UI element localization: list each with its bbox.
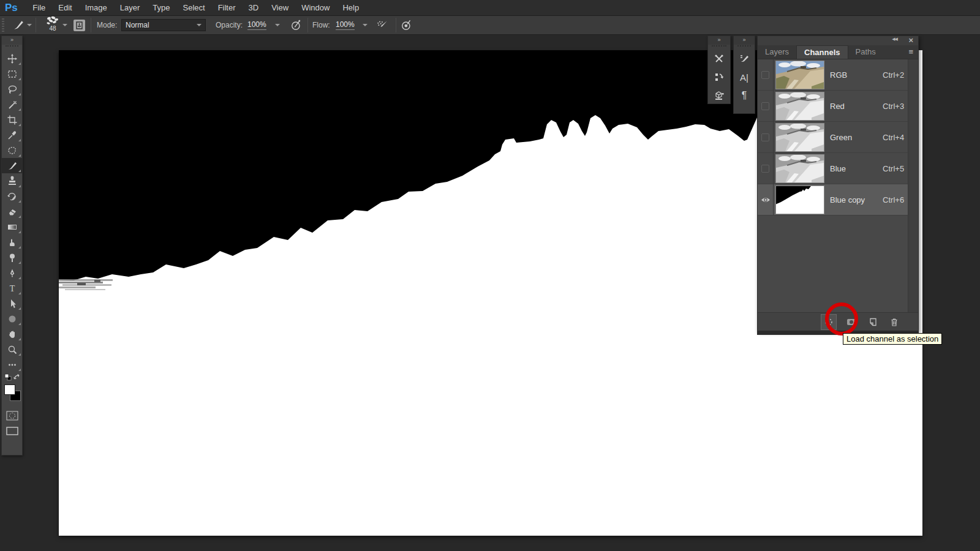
brush-panel-icon[interactable] xyxy=(734,50,755,68)
history-brush-tool[interactable] xyxy=(2,189,22,204)
delete-channel-button[interactable] xyxy=(888,315,901,329)
patch-tool[interactable] xyxy=(2,143,22,158)
lasso-tool-icon xyxy=(7,84,18,95)
brush-preset-picker[interactable]: 48 xyxy=(45,16,60,34)
move-tool-icon xyxy=(7,53,18,64)
load-channel-as-selection-button[interactable] xyxy=(821,314,837,330)
channel-row-blue-copy[interactable]: Blue copyCtrl+6 xyxy=(758,184,908,216)
crop-tool-icon xyxy=(7,114,18,126)
opacity-value[interactable]: 100% xyxy=(247,20,266,30)
menu-select[interactable]: Select xyxy=(176,0,211,15)
menu-filter[interactable]: Filter xyxy=(211,0,242,15)
magic-wand-tool[interactable] xyxy=(2,97,22,112)
expand-panels-icon[interactable]: » xyxy=(734,36,755,45)
channel-thumbnail[interactable] xyxy=(775,186,824,214)
channel-thumbnail[interactable] xyxy=(775,123,824,152)
menu-window[interactable]: Window xyxy=(295,0,336,15)
panel-titlebar[interactable]: ◀◀ × xyxy=(758,36,918,45)
tab-channels[interactable]: Channels xyxy=(796,45,848,59)
visibility-toggle[interactable] xyxy=(758,59,774,91)
character-panel-icon[interactable]: A| xyxy=(734,68,755,86)
screen-mode-button[interactable] xyxy=(2,423,22,438)
visibility-toggle[interactable] xyxy=(758,153,774,184)
type-tool-icon: T xyxy=(7,283,18,294)
tab-layers[interactable]: Layers xyxy=(758,45,796,59)
visibility-checkbox-empty xyxy=(761,165,769,173)
more-tools[interactable] xyxy=(2,357,22,372)
tool-presets-panel-icon[interactable] xyxy=(708,50,730,68)
chevron-down-icon[interactable] xyxy=(62,24,67,26)
clone-stamp-tool-icon xyxy=(7,176,18,187)
menu-file[interactable]: File xyxy=(26,0,52,15)
path-selection-tool[interactable] xyxy=(2,296,22,311)
menu-edit[interactable]: Edit xyxy=(52,0,78,15)
visibility-toggle[interactable] xyxy=(758,184,774,216)
eyedropper-tool[interactable] xyxy=(2,127,22,143)
ellipse-tool[interactable] xyxy=(2,311,22,326)
channel-name: Blue copy xyxy=(830,195,883,204)
toolbar-grip[interactable] xyxy=(6,45,18,50)
chevron-down-icon[interactable] xyxy=(363,24,368,26)
3d-panel-icon[interactable] xyxy=(708,86,730,105)
toggle-brush-panel-icon[interactable] xyxy=(74,20,85,31)
quick-mask-button[interactable] xyxy=(2,408,22,423)
channel-thumbnail[interactable] xyxy=(775,92,824,121)
channel-thumbnail[interactable] xyxy=(775,154,824,183)
flow-value[interactable]: 100% xyxy=(336,20,355,30)
smudge-tool[interactable] xyxy=(2,234,22,250)
dodge-tool[interactable] xyxy=(2,250,22,265)
visibility-checkbox-empty xyxy=(761,71,769,79)
trash-icon xyxy=(889,317,899,327)
paragraph-panel-icon[interactable]: ¶ xyxy=(734,86,755,105)
rectangular-marquee-tool[interactable] xyxy=(2,66,22,81)
smudge-tool-icon xyxy=(7,237,18,248)
chevron-down-icon[interactable] xyxy=(275,24,280,26)
crop-tool[interactable] xyxy=(2,112,22,127)
tablet-pressure-opacity-icon[interactable] xyxy=(290,16,303,34)
channel-row-rgb[interactable]: RGBCtrl+2 xyxy=(758,59,908,91)
channel-row-red[interactable]: RedCtrl+3 xyxy=(758,91,908,122)
toolbar-collapse-header[interactable]: » xyxy=(2,36,22,45)
expand-panels-icon[interactable]: » xyxy=(708,36,730,45)
airbrush-icon[interactable] xyxy=(376,16,390,34)
channel-name: RGB xyxy=(830,70,883,80)
clone-stamp-tool[interactable] xyxy=(2,173,22,189)
visibility-toggle[interactable] xyxy=(758,122,774,153)
channel-thumbnail[interactable] xyxy=(775,61,824,89)
hand-tool[interactable] xyxy=(2,326,22,342)
close-icon[interactable]: × xyxy=(908,36,913,45)
panel-menu-icon[interactable]: ≡ xyxy=(908,48,913,56)
eraser-tool[interactable] xyxy=(2,204,22,219)
menu-image[interactable]: Image xyxy=(78,0,113,15)
blend-mode-select[interactable]: Normal xyxy=(121,19,206,31)
history-panel-icon[interactable] xyxy=(708,68,730,86)
tab-paths[interactable]: Paths xyxy=(848,45,883,59)
channel-row-green[interactable]: GreenCtrl+4 xyxy=(758,122,908,153)
lasso-tool[interactable] xyxy=(2,81,22,97)
channels-panel: ◀◀ × LayersChannelsPaths≡ RGBCtrl+2 RedC… xyxy=(757,36,919,331)
menu-view[interactable]: View xyxy=(265,0,295,15)
brush-tool[interactable] xyxy=(2,158,22,173)
zoom-tool[interactable] xyxy=(2,342,22,357)
type-tool[interactable]: T xyxy=(2,280,22,296)
menu-3d[interactable]: 3D xyxy=(242,0,265,15)
menu-type[interactable]: Type xyxy=(146,0,176,15)
gradient-tool[interactable] xyxy=(2,219,22,234)
tablet-pressure-size-icon[interactable] xyxy=(401,16,413,34)
pen-tool[interactable] xyxy=(2,265,22,280)
channel-shortcut: Ctrl+5 xyxy=(883,164,904,173)
collapse-to-icons-button[interactable]: ◀◀ xyxy=(892,37,897,42)
current-tool-button[interactable] xyxy=(12,16,32,34)
save-selection-as-channel-button[interactable] xyxy=(845,315,858,329)
visibility-toggle[interactable] xyxy=(758,91,774,122)
channel-row-blue[interactable]: BlueCtrl+5 xyxy=(758,153,908,184)
swap-colors-icon[interactable] xyxy=(14,375,20,379)
menu-layer[interactable]: Layer xyxy=(113,0,146,15)
move-tool[interactable] xyxy=(2,51,22,66)
foreground-color-swatch[interactable] xyxy=(4,384,15,395)
new-channel-button[interactable] xyxy=(866,315,880,329)
default-colors-icon[interactable] xyxy=(5,374,11,380)
channel-shortcut: Ctrl+2 xyxy=(883,70,904,80)
brush-size-value: 48 xyxy=(49,26,56,32)
menu-help[interactable]: Help xyxy=(336,0,366,15)
